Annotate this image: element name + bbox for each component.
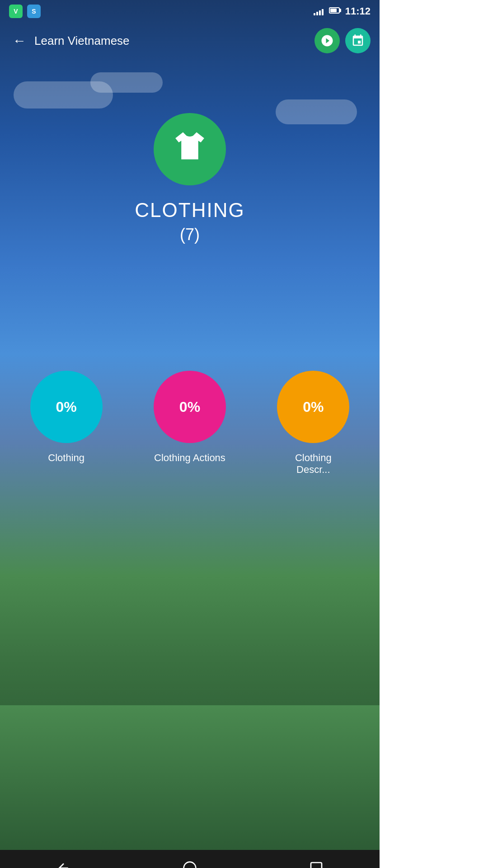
app-icon-s: S — [27, 5, 41, 18]
clothing-actions-label: Clothing Actions — [154, 452, 225, 464]
certificate-button[interactable] — [345, 28, 371, 53]
clothing-actions-percent: 0% — [179, 399, 200, 415]
clothing-icon-circle — [154, 113, 226, 185]
clothing-progress-circle[interactable]: 0% — [30, 371, 103, 443]
nav-back-icon — [56, 861, 70, 868]
clothing-desc-label: Clothing Descr... — [277, 452, 349, 476]
bottom-nav — [0, 850, 380, 868]
status-bar: V S 11:12 — [0, 0, 380, 23]
status-left: V S — [9, 5, 41, 18]
nav-recents-icon — [309, 861, 324, 868]
app-title: Learn Vietnamese — [34, 34, 314, 48]
nav-home-button[interactable] — [176, 854, 203, 868]
back-button[interactable]: ← — [9, 29, 30, 52]
certificate-icon — [351, 34, 365, 47]
category-title: CLOTHING — [135, 199, 244, 222]
nav-back-button[interactable] — [50, 854, 77, 868]
nav-home-icon — [183, 861, 197, 868]
nav-recents-button[interactable] — [303, 854, 330, 868]
audio-icon — [320, 34, 334, 47]
tshirt-icon — [169, 129, 210, 170]
status-time: 11:12 — [345, 5, 371, 17]
clothing-desc-progress-circle[interactable]: 0% — [277, 371, 349, 443]
clothing-desc-percent: 0% — [303, 399, 324, 415]
svg-rect-1 — [311, 863, 322, 868]
main-content: CLOTHING (7) — [0, 59, 380, 271]
circle-clothing: 0% Clothing — [30, 371, 103, 464]
circles-row: 0% Clothing 0% Clothing Actions 0% Cloth… — [0, 371, 380, 476]
circle-clothing-actions: 0% Clothing Actions — [154, 371, 226, 464]
ground — [0, 705, 380, 850]
app-icon-v: V — [9, 5, 23, 18]
status-right: 11:12 — [314, 5, 371, 17]
category-count: (7) — [180, 225, 200, 244]
clothing-label: Clothing — [48, 452, 84, 464]
top-bar: ← Learn Vietnamese — [0, 23, 380, 59]
audio-button[interactable] — [314, 28, 340, 53]
clothing-percent: 0% — [56, 399, 77, 415]
circle-clothing-desc: 0% Clothing Descr... — [277, 371, 349, 476]
top-actions — [314, 28, 371, 53]
battery-icon — [329, 7, 340, 15]
clothing-actions-progress-circle[interactable]: 0% — [154, 371, 226, 443]
signal-icon — [314, 7, 324, 15]
svg-point-0 — [184, 862, 196, 868]
